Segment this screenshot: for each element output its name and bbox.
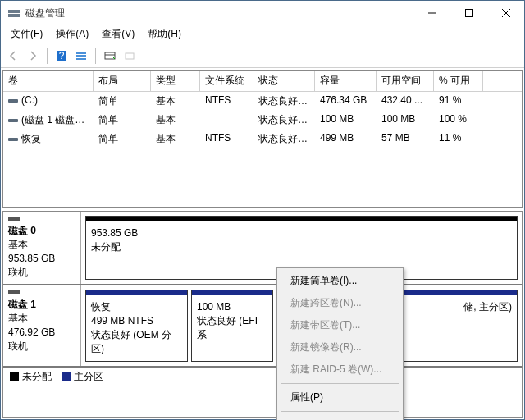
forward-button [24, 47, 42, 65]
col-fs[interactable]: 文件系统 [200, 71, 253, 91]
refresh-button[interactable]: ? [52, 47, 71, 65]
disk-row: 磁盘 0 基本 953.85 GB 联机 953.85 GB 未分配 [3, 212, 522, 285]
separator [47, 48, 48, 64]
svg-rect-9 [76, 55, 86, 57]
col-volume[interactable]: 卷 [3, 71, 94, 91]
col-type[interactable]: 类型 [151, 71, 200, 91]
svg-rect-8 [76, 52, 86, 54]
app-icon [7, 7, 21, 20]
view-button[interactable] [72, 47, 90, 65]
legend-label: 主分区 [74, 370, 103, 384]
menu-new-raid5: 新建 RAID-5 卷(W)... [279, 358, 401, 381]
toolbar: ? [1, 43, 524, 68]
col-free[interactable]: 可用空间 [377, 71, 434, 91]
partition-efi[interactable]: 100 MB 状态良好 (EFI 系 [191, 290, 273, 361]
volume-name: 恢复 [21, 133, 41, 144]
window-title: 磁盘管理 [25, 7, 413, 21]
menu-new-spanned: 新建跨区卷(N)... [279, 292, 401, 314]
minimize-button[interactable] [413, 1, 450, 25]
swatch-unalloc [10, 372, 19, 381]
svg-rect-13 [126, 53, 134, 59]
volume-icon [8, 138, 18, 141]
disk-row: 磁盘 1 基本 476.92 GB 联机 恢复 499 MB NTFS 状态良好… [3, 285, 522, 367]
disk-icon [8, 217, 20, 221]
menu-new-mirrored: 新建镜像卷(R)... [279, 336, 401, 358]
maximize-button[interactable] [450, 1, 487, 25]
disk-info[interactable]: 磁盘 0 基本 953.85 GB 联机 [3, 212, 81, 284]
close-button[interactable] [487, 1, 524, 25]
volume-icon [8, 99, 18, 103]
menu-help[interactable]: 帮助(H) [279, 414, 401, 420]
volume-icon [8, 119, 18, 122]
menu-view[interactable]: 查看(V) [95, 25, 141, 43]
action-button [121, 47, 139, 65]
disk-icon [8, 290, 20, 294]
col-status[interactable]: 状态 [253, 71, 315, 91]
volume-name: (磁盘 1 磁盘分区 2) [21, 114, 94, 126]
menu-separator [281, 411, 399, 412]
menu-new-striped: 新建带区卷(T)... [279, 314, 401, 336]
menu-separator [281, 383, 399, 384]
back-button [4, 47, 22, 65]
svg-rect-1 [8, 14, 20, 17]
partition-recovery[interactable]: 恢复 499 MB NTFS 状态良好 (OEM 分区) [85, 290, 188, 361]
svg-rect-3 [465, 10, 472, 17]
svg-text:?: ? [59, 50, 65, 62]
legend: 未分配 主分区 [3, 368, 522, 386]
legend-label: 未分配 [22, 370, 52, 384]
separator [95, 48, 96, 64]
menu-file[interactable]: 文件(F) [4, 25, 49, 43]
volume-table: 卷 布局 类型 文件系统 状态 容量 可用空间 % 可用 (C:) 简单 基本 … [2, 70, 523, 208]
menu-action[interactable]: 操作(A) [49, 25, 95, 43]
menu-properties[interactable]: 属性(P) [279, 386, 401, 409]
col-layout[interactable]: 布局 [94, 71, 151, 91]
disk-pane: 磁盘 0 基本 953.85 GB 联机 953.85 GB 未分配 [2, 211, 523, 418]
menu-new-simple[interactable]: 新建简单卷(I)... [279, 270, 401, 292]
col-capacity[interactable]: 容量 [315, 71, 377, 91]
disk-info[interactable]: 磁盘 1 基本 476.92 GB 联机 [3, 285, 81, 365]
menu-help[interactable]: 帮助(H) [141, 25, 188, 43]
table-header: 卷 布局 类型 文件系统 状态 容量 可用空间 % 可用 [3, 71, 522, 92]
titlebar: 磁盘管理 [1, 1, 524, 25]
table-row[interactable]: (C:) 简单 基本 NTFS 状态良好 (... 476.34 GB 432.… [3, 92, 522, 111]
svg-rect-0 [8, 10, 20, 13]
context-menu: 新建简单卷(I)... 新建跨区卷(N)... 新建带区卷(T)... 新建镜像… [276, 267, 404, 420]
settings-button[interactable] [101, 47, 119, 65]
menubar: 文件(F) 操作(A) 查看(V) 帮助(H) [1, 25, 524, 43]
volume-name: (C:) [21, 94, 38, 106]
svg-rect-10 [76, 58, 86, 60]
col-pct[interactable]: % 可用 [434, 71, 483, 91]
table-row[interactable]: 恢复 简单 基本 NTFS 状态良好 (... 499 MB 57 MB 11 … [3, 130, 522, 148]
table-row[interactable]: (磁盘 1 磁盘分区 2) 简单 基本 状态良好 (... 100 MB 100… [3, 111, 522, 130]
swatch-primary [62, 372, 71, 381]
